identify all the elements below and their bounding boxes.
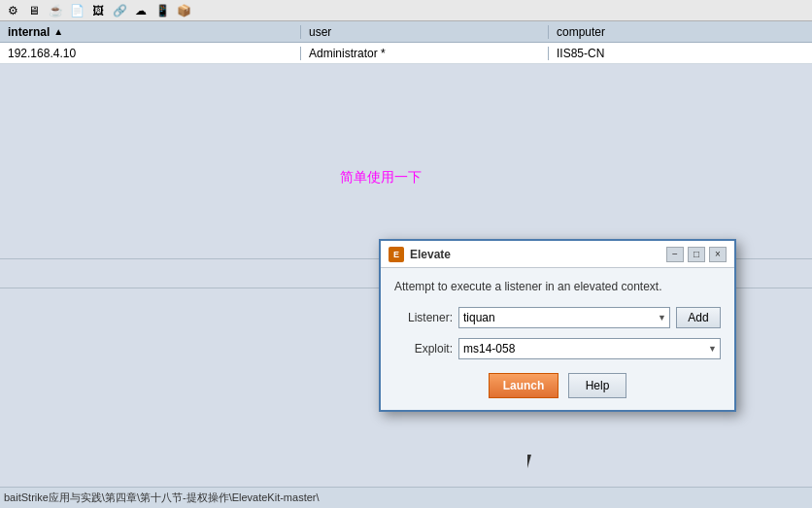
exploit-select-wrapper: ms14-058 ▼ — [458, 338, 721, 359]
col-header-internal[interactable]: internal ▲ — [0, 25, 301, 39]
toolbar-icon-java[interactable]: ☕ — [47, 2, 64, 19]
main-area: 简单使用一下 E Elevate − □ × Attempt to execut… — [0, 64, 812, 508]
toolbar-icon-cloud[interactable]: ☁ — [132, 2, 150, 19]
listener-field: Listener: tiquan ▼ Add — [394, 307, 721, 328]
toolbar-icon-link[interactable]: 🔗 — [111, 2, 128, 19]
toolbar-icon-image[interactable]: 🖼 — [89, 2, 107, 19]
toolbar-icon-mobile[interactable]: 📱 — [153, 2, 171, 19]
toolbar-icon-screen[interactable]: 🖥 — [25, 2, 43, 19]
col-header-computer[interactable]: computer — [549, 25, 812, 39]
table-header: internal ▲ user computer — [0, 21, 812, 43]
listener-select[interactable]: tiquan — [458, 307, 670, 328]
listener-select-wrapper: tiquan ▼ — [458, 307, 670, 328]
toolbar-icon-settings[interactable]: ⚙ — [4, 2, 21, 19]
elevate-dialog: E Elevate − □ × Attempt to execute a lis… — [379, 239, 736, 412]
dialog-controls: − □ × — [666, 247, 727, 262]
exploit-label: Exploit: — [394, 342, 453, 356]
cursor — [527, 455, 539, 472]
launch-button[interactable]: Launch — [489, 373, 558, 398]
dialog-titlebar: E Elevate − □ × — [381, 241, 734, 268]
cell-user: Administrator * — [301, 47, 549, 60]
listener-label: Listener: — [394, 311, 453, 324]
help-button[interactable]: Help — [568, 373, 626, 398]
toolbar-icon-doc[interactable]: 📄 — [68, 2, 85, 19]
dialog-restore-button[interactable]: □ — [688, 247, 705, 262]
dialog-buttons: Launch Help — [394, 373, 721, 398]
add-button[interactable]: Add — [676, 307, 721, 328]
cell-computer: IIS85-CN — [549, 47, 812, 60]
dialog-minimize-button[interactable]: − — [666, 247, 684, 262]
dialog-body: Attempt to execute a listener in an elev… — [381, 268, 734, 410]
col-header-user[interactable]: user — [301, 25, 549, 39]
exploit-field: Exploit: ms14-058 ▼ — [394, 338, 721, 359]
path-bar: baitStrike应用与实践\第四章\第十八节-提权操作\ElevateKit… — [0, 487, 812, 508]
dialog-close-button[interactable]: × — [709, 247, 727, 262]
toolbar: ⚙ 🖥 ☕ 📄 🖼 🔗 ☁ 📱 📦 — [0, 0, 812, 21]
exploit-select[interactable]: ms14-058 — [458, 338, 721, 359]
chinese-label: 简单使用一下 — [340, 169, 422, 186]
dialog-description: Attempt to execute a listener in an elev… — [394, 280, 721, 293]
cell-internal: 192.168.4.10 — [0, 47, 301, 60]
dialog-app-icon: E — [389, 247, 404, 262]
dialog-title: Elevate — [410, 248, 660, 261]
table-row[interactable]: 192.168.4.10 Administrator * IIS85-CN — [0, 43, 812, 64]
toolbar-icon-package[interactable]: 📦 — [175, 2, 192, 19]
